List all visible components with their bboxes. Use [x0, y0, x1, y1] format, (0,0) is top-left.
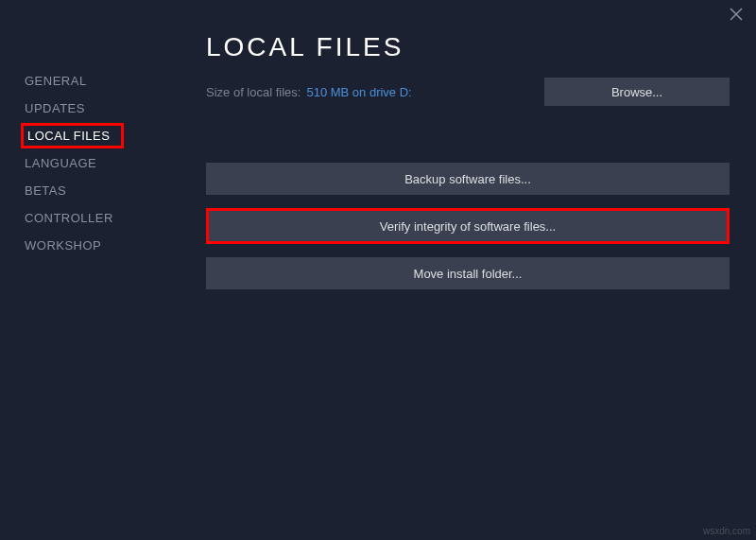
backup-button[interactable]: Backup software files...: [206, 163, 730, 195]
size-value: 510 MB on drive D:: [306, 85, 411, 99]
sidebar: GENERAL UPDATES LOCAL FILES LANGUAGE BET…: [0, 0, 189, 540]
sidebar-item-language[interactable]: LANGUAGE: [21, 150, 100, 176]
page-title: LOCAL FILES: [206, 32, 730, 62]
size-info-row: Size of local files: 510 MB on drive D: …: [206, 78, 730, 106]
close-icon[interactable]: [730, 8, 745, 23]
verify-integrity-button[interactable]: Verify integrity of software files...: [206, 208, 730, 244]
size-label: Size of local files:: [206, 85, 301, 99]
sidebar-item-local-files[interactable]: LOCAL FILES: [21, 123, 124, 148]
sidebar-item-betas[interactable]: BETAS: [21, 178, 70, 203]
sidebar-item-controller[interactable]: CONTROLLER: [21, 205, 117, 231]
browse-button[interactable]: Browse...: [544, 78, 730, 106]
move-install-button[interactable]: Move install folder...: [206, 257, 730, 289]
sidebar-item-general[interactable]: GENERAL: [21, 68, 91, 94]
sidebar-item-updates[interactable]: UPDATES: [21, 96, 89, 121]
window-container: GENERAL UPDATES LOCAL FILES LANGUAGE BET…: [0, 0, 756, 540]
sidebar-item-workshop[interactable]: WORKSHOP: [21, 233, 105, 258]
watermark: wsxdn.com: [703, 526, 750, 536]
main-panel: LOCAL FILES Size of local files: 510 MB …: [189, 0, 756, 540]
